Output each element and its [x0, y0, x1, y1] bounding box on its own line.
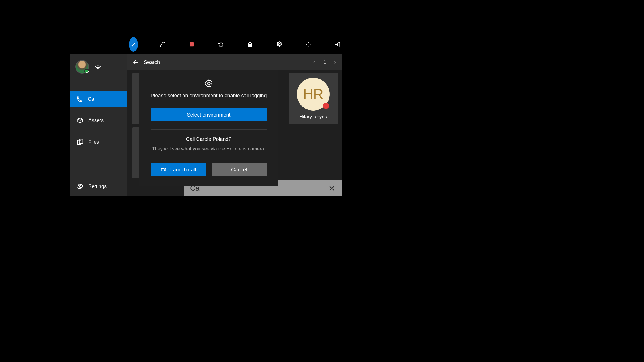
svg-point-5 [79, 186, 81, 188]
svg-rect-1 [190, 42, 194, 47]
wifi-icon[interactable] [94, 62, 102, 71]
header-pager: 1 [312, 60, 337, 65]
env-message: Please select an environment to enable c… [151, 93, 267, 99]
page-next-button[interactable] [332, 60, 337, 65]
pen-icon[interactable] [158, 37, 167, 52]
call-confirm-modal: Please select an environment to enable c… [139, 70, 278, 186]
page-title: Search [144, 59, 160, 65]
divider [151, 129, 267, 130]
cancel-button[interactable]: Cancel [212, 163, 267, 176]
sidebar-item-settings[interactable]: Settings [70, 179, 127, 193]
dock-icon[interactable] [129, 37, 138, 52]
back-button[interactable] [132, 58, 140, 66]
gear-icon [204, 79, 214, 88]
app-window: Call Assets Files Settings [70, 54, 342, 196]
sidebar-nav: Call Assets Files [70, 90, 127, 150]
profile-row [70, 54, 127, 79]
select-environment-button[interactable]: Select environment [151, 108, 267, 121]
svg-rect-7 [161, 168, 164, 171]
call-subtext: They will see what you see via the HoloL… [151, 146, 267, 152]
clear-search-button[interactable] [328, 184, 336, 193]
sidebar-item-label: Files [88, 139, 99, 145]
sidebar-item-call[interactable]: Call [70, 90, 127, 107]
main-header: Search 1 [127, 54, 342, 70]
contact-card-hilary-reyes[interactable]: HR Hilary Reyes [289, 73, 338, 124]
sidebar-item-assets[interactable]: Assets [70, 112, 127, 129]
target-icon[interactable] [275, 37, 284, 52]
sidebar-item-label: Call [88, 96, 96, 102]
sidebar-item-label: Assets [88, 118, 104, 124]
page-prev-button[interactable] [312, 60, 317, 65]
call-question: Call Carole Poland? [151, 136, 267, 142]
page-number: 1 [323, 60, 326, 65]
svg-point-6 [207, 82, 210, 85]
expand-icon[interactable] [304, 37, 313, 52]
contact-name: Hilary Reyes [300, 114, 327, 120]
sidebar-item-label: Settings [88, 184, 107, 189]
avatar[interactable] [75, 60, 89, 74]
contact-avatar: HR [297, 78, 330, 111]
trash-icon[interactable] [246, 37, 254, 52]
presence-badge [84, 69, 89, 74]
pin-icon[interactable] [333, 37, 342, 52]
launch-call-button[interactable]: Launch call [151, 163, 206, 176]
record-icon[interactable] [187, 37, 196, 52]
launch-call-label: Launch call [170, 167, 196, 173]
floating-toolbar [70, 35, 342, 54]
presence-busy-badge [323, 103, 329, 109]
contact-initials: HR [303, 86, 323, 102]
sidebar-item-files[interactable]: Files [70, 133, 127, 150]
svg-point-2 [278, 44, 280, 46]
undo-icon[interactable] [216, 37, 225, 52]
sidebar: Call Assets Files Settings [70, 54, 127, 196]
